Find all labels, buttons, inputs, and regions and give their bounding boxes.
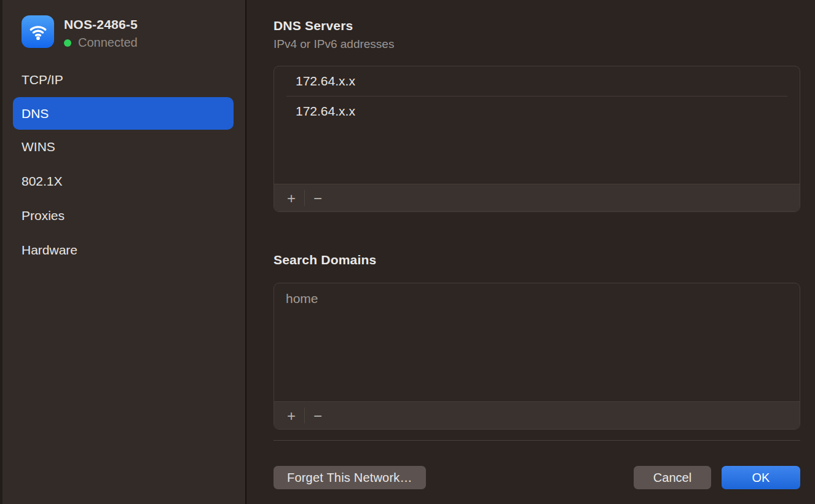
status-label: Connected <box>78 36 138 50</box>
sidebar-item-wins[interactable]: WINS <box>0 130 245 164</box>
network-meta: NOS-2486-5 Connected <box>64 15 138 50</box>
sidebar-item-proxies[interactable]: Proxies <box>0 199 245 233</box>
network-name: NOS-2486-5 <box>64 17 138 32</box>
toolbar-divider <box>304 408 305 423</box>
network-header: NOS-2486-5 Connected <box>0 0 245 50</box>
minus-icon[interactable]: − <box>306 184 329 212</box>
forget-network-button[interactable]: Forget This Network… <box>274 466 426 489</box>
plus-icon[interactable]: + <box>280 184 303 212</box>
cancel-button[interactable]: Cancel <box>634 466 711 489</box>
dns-servers-listbox: 172.64.x.x 172.64.x.x + − <box>274 66 800 212</box>
sidebar: NOS-2486-5 Connected TCP/IP DNS WINS 802… <box>0 0 246 504</box>
dns-servers-list: 172.64.x.x 172.64.x.x <box>274 66 800 184</box>
plus-icon[interactable]: + <box>280 402 303 430</box>
search-domains-toolbar: + − <box>274 401 800 429</box>
window-edge-strip <box>0 0 2 504</box>
sidebar-item-tcpip[interactable]: TCP/IP <box>0 63 245 97</box>
dns-servers-toolbar: + − <box>274 184 800 211</box>
minus-icon[interactable]: − <box>306 402 329 430</box>
dns-servers-subtitle: IPv4 or IPv6 addresses <box>274 37 800 51</box>
toolbar-divider <box>304 190 305 206</box>
status-dot <box>64 39 71 47</box>
sidebar-item-8021x[interactable]: 802.1X <box>0 164 245 199</box>
sidebar-item-dns[interactable]: DNS <box>13 97 234 130</box>
dns-servers-title: DNS Servers <box>274 18 800 33</box>
dns-server-entry[interactable]: 172.64.x.x <box>274 66 800 96</box>
wifi-icon <box>22 15 54 48</box>
search-domain-entry[interactable]: home <box>274 283 800 306</box>
dns-settings-panel: DNS Servers IPv4 or IPv6 addresses 172.6… <box>248 0 815 504</box>
dialog-action-bar: Forget This Network… Cancel OK <box>248 441 815 489</box>
search-domains-title: Search Domains <box>274 253 800 267</box>
search-domains-listbox: home + − <box>274 283 800 430</box>
network-status: Connected <box>64 36 138 50</box>
search-domains-list: home <box>274 283 800 401</box>
sidebar-item-hardware[interactable]: Hardware <box>0 233 245 267</box>
sidebar-nav: TCP/IP DNS WINS 802.1X Proxies Hardware <box>0 63 245 267</box>
ok-button[interactable]: OK <box>722 466 800 489</box>
dns-server-entry[interactable]: 172.64.x.x <box>274 96 800 126</box>
